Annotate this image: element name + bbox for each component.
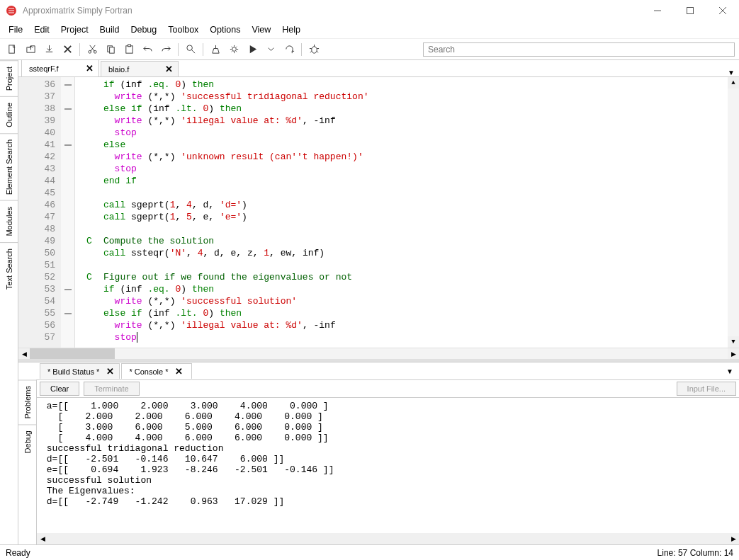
menu-view[interactable]: View — [246, 23, 276, 37]
close-icon[interactable]: ✕ — [174, 367, 184, 377]
code-area[interactable]: if (inf .eq. 0) then write (*,*) 'succes… — [103, 77, 728, 348]
tab-dropdown-icon[interactable]: ▼ — [728, 69, 735, 76]
svg-rect-7 — [125, 46, 132, 53]
bottom-tab-build[interactable]: * Build Status * ✕ — [40, 363, 120, 379]
paste-icon[interactable] — [121, 42, 137, 57]
sidetab-problems[interactable]: Problems — [18, 379, 36, 424]
undo-icon[interactable] — [140, 42, 155, 57]
svg-rect-8 — [128, 45, 130, 47]
build-icon[interactable] — [226, 42, 242, 57]
find-icon[interactable] — [183, 42, 198, 57]
menu-debug[interactable]: Debug — [125, 23, 162, 37]
scroll-left-icon[interactable]: ◀ — [18, 348, 30, 359]
input-file-button[interactable]: Input File... — [677, 382, 736, 396]
sidetab-project[interactable]: Project — [0, 60, 18, 96]
svg-point-11 — [311, 47, 317, 53]
scroll-down-icon[interactable]: ▼ — [728, 336, 739, 348]
scroll-right-icon[interactable]: ▶ — [728, 348, 739, 359]
scroll-up-icon[interactable]: ▲ — [728, 77, 739, 88]
editor-tab[interactable]: ssteqrF.f ✕ — [21, 59, 99, 76]
svg-point-9 — [186, 45, 192, 51]
search-box[interactable] — [423, 42, 735, 57]
cut-icon[interactable] — [84, 42, 100, 57]
statusbar: Ready Line: 57 Column: 14 — [0, 544, 739, 560]
new-icon[interactable] — [4, 42, 20, 57]
sidetab-element-search[interactable]: Element Search — [0, 133, 18, 200]
clear-button[interactable]: Clear — [40, 382, 79, 396]
run-icon[interactable] — [244, 42, 260, 57]
svg-point-10 — [232, 47, 236, 52]
run-dropdown-icon[interactable] — [263, 42, 278, 57]
menu-options[interactable]: Options — [204, 23, 246, 37]
debug-icon[interactable] — [306, 42, 322, 57]
bottom-pane: * Build Status * ✕ * Console * ✕ ▼ Probl… — [18, 362, 739, 544]
editor-tab[interactable]: blaio.f ✕ — [101, 61, 179, 76]
bottom-tabs: * Build Status * ✕ * Console * ✕ — [40, 363, 193, 379]
sidetab-modules[interactable]: Modules — [0, 200, 18, 242]
copy-icon[interactable] — [103, 42, 118, 57]
window-title: Approximatrix Simply Fortran — [23, 6, 641, 16]
menu-help[interactable]: Help — [276, 23, 306, 37]
vertical-scrollbar[interactable]: ▲ ▼ — [728, 77, 739, 348]
fold-column[interactable] — [61, 77, 75, 348]
maximize-button[interactable] — [674, 0, 706, 21]
search-input[interactable] — [423, 42, 735, 57]
menu-build[interactable]: Build — [94, 23, 125, 37]
status-position: Line: 57 Column: 14 — [658, 548, 733, 558]
sidetab-text-search[interactable]: Text Search — [0, 242, 18, 295]
editor-tabs: ssteqrF.f ✕ blaio.f ✕ ▼ — [18, 60, 739, 77]
console-output[interactable]: a=[[ 1.000 2.000 3.000 4.000 0.000 ] [ 2… — [37, 398, 739, 533]
minimize-button[interactable] — [641, 0, 674, 21]
tab-dropdown-icon[interactable]: ▼ — [726, 367, 733, 375]
terminate-button[interactable]: Terminate — [84, 382, 139, 396]
open-icon[interactable] — [23, 42, 38, 57]
svg-rect-2 — [9, 45, 14, 53]
menu-toolbox[interactable]: Toolbox — [162, 23, 204, 37]
close-button[interactable] — [706, 0, 739, 21]
close-icon[interactable]: ✕ — [84, 64, 94, 74]
menu-file[interactable]: File — [3, 23, 28, 37]
menu-edit[interactable]: Edit — [28, 23, 55, 37]
redo-icon[interactable] — [158, 42, 174, 57]
app-logo-icon — [6, 5, 17, 16]
sidetab-outline[interactable]: Outline — [0, 96, 18, 133]
console-hscrollbar[interactable]: ◀▶ — [37, 533, 739, 544]
refresh-icon[interactable] — [281, 42, 297, 57]
menu-project[interactable]: Project — [55, 23, 94, 37]
toolbar — [0, 38, 739, 59]
svg-rect-6 — [109, 47, 114, 53]
bottom-tab-console[interactable]: * Console * ✕ — [121, 363, 192, 379]
svg-rect-1 — [687, 8, 694, 14]
code-editor[interactable]: 3637383940414243444546474849505152535455… — [18, 77, 739, 348]
status-left: Ready — [6, 548, 30, 558]
close-icon[interactable]: ✕ — [164, 64, 174, 74]
save-icon[interactable] — [41, 42, 57, 57]
horizontal-scrollbar[interactable]: ◀ ▶ — [18, 348, 739, 359]
left-sidebar: Project Outline Element Search Modules T… — [0, 60, 18, 544]
line-gutter: 3637383940414243444546474849505152535455… — [18, 77, 61, 348]
clean-icon[interactable] — [208, 42, 223, 57]
delete-icon[interactable] — [60, 42, 75, 57]
console-toolbar: Clear Terminate Input File... — [37, 379, 739, 398]
titlebar: Approximatrix Simply Fortran — [0, 0, 739, 21]
menubar: File Edit Project Build Debug Toolbox Op… — [0, 21, 739, 38]
comment-column: C C — [75, 77, 103, 348]
sidetab-debug[interactable]: Debug — [18, 424, 36, 459]
close-icon[interactable]: ✕ — [105, 367, 115, 377]
